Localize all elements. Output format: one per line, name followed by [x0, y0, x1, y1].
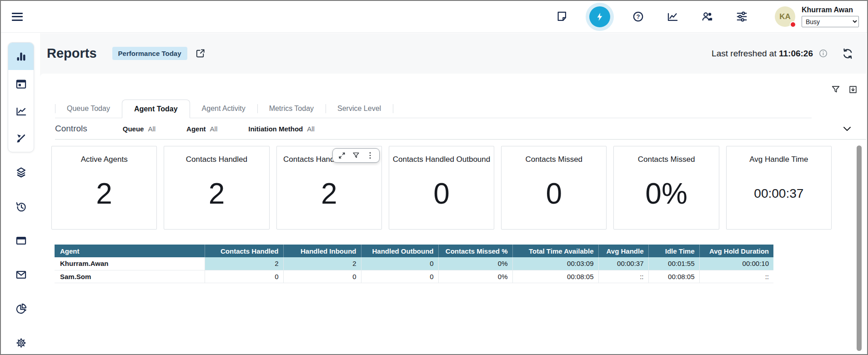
controls-bar: Controls Queue All Agent All Initiation … — [55, 118, 866, 140]
col-contacts-handled[interactable]: Contacts Handled — [205, 245, 283, 257]
col-avg-hold-duration[interactable]: Avg Hold Duration — [699, 245, 773, 257]
cell-value: :: — [598, 270, 648, 283]
table-header-row: Agent Contacts Handled Handled Inbound H… — [55, 245, 773, 257]
open-in-new-icon[interactable] — [195, 48, 206, 59]
analytics-icon[interactable] — [666, 10, 679, 24]
avatar[interactable]: KA — [775, 6, 795, 27]
filter-agent[interactable]: Agent All — [186, 125, 217, 133]
table-row[interactable]: Sam.Som 0 0 0 0% 00:08:05 :: 00:08:05 :: — [55, 270, 773, 283]
cell-agent-name: Sam.Som — [55, 270, 205, 283]
cell-value: 0 — [205, 270, 283, 283]
card-value: 00:00:37 — [754, 164, 803, 229]
sidebar-item-calendar[interactable] — [8, 70, 34, 97]
tab-agent-today[interactable]: Agent Today — [122, 100, 190, 118]
filter-initiation-method[interactable]: Initiation Method All — [248, 125, 315, 133]
cell-value: 0 — [283, 270, 361, 283]
sidebar-item-design[interactable] — [8, 125, 34, 152]
card-value: 0 — [433, 164, 450, 229]
history-icon — [15, 200, 27, 213]
sidebar-item-mail[interactable] — [2, 269, 40, 281]
user-block: KA Khurram Awan Busy — [775, 6, 859, 27]
controls-collapse-chevron-icon[interactable] — [842, 123, 853, 134]
sidebar-item-layers[interactable] — [2, 166, 40, 179]
card-value: 2 — [321, 164, 337, 229]
card-contacts-missed[interactable]: Contacts Missed 0 — [501, 146, 607, 230]
kebab-menu-icon[interactable] — [366, 151, 374, 160]
card-contacts-missed-pct[interactable]: Contacts Missed 0% — [613, 146, 719, 230]
user-name: Khurram Awan — [802, 6, 859, 14]
card-title: Contacts Missed — [525, 155, 582, 164]
users-icon[interactable] — [700, 10, 714, 24]
card-contacts-handled-inbound[interactable]: Contacts Handled Inbound 2 — [276, 146, 382, 230]
col-idle-time[interactable]: Idle Time — [648, 245, 699, 257]
card-contacts-handled[interactable]: Contacts Handled 2 — [164, 146, 269, 230]
sidebar-report-group — [8, 42, 34, 152]
tab-agent-activity[interactable]: Agent Activity — [190, 100, 257, 118]
table-row[interactable]: Khurram.Awan 2 2 0 0% 00:03:09 00:00:37 … — [55, 257, 773, 270]
sidebar-item-pie[interactable] — [2, 303, 40, 315]
cell-agent-name: Khurram.Awan — [55, 257, 205, 270]
vertical-scrollbar[interactable] — [857, 145, 862, 351]
cell-value: 0% — [438, 257, 512, 270]
last-refreshed-text: Last refreshed at 11:06:26 — [712, 49, 813, 59]
card-value: 0 — [546, 164, 562, 229]
metric-cards: Active Agents 2 Contacts Handled 2 Conta… — [51, 146, 832, 230]
card-value: 2 — [209, 164, 225, 229]
col-avg-handle[interactable]: Avg Handle — [598, 245, 648, 257]
card-contacts-handled-outbound[interactable]: Contacts Handled Outbound 0 — [389, 146, 494, 230]
card-active-agents[interactable]: Active Agents 2 — [51, 146, 157, 230]
sidebar-item-history[interactable] — [2, 200, 40, 213]
card-avg-handle-time[interactable]: Avg Handle Time 00:00:37 — [726, 146, 832, 230]
sidebar-item-line-chart[interactable] — [8, 97, 34, 125]
cell-value: 00:01:55 — [648, 257, 699, 270]
download-icon[interactable] — [848, 85, 858, 95]
page-title: Reports — [47, 46, 97, 61]
refresh-group: Last refreshed at 11:06:26 — [712, 48, 853, 60]
sidebar-item-settings[interactable] — [2, 337, 40, 349]
col-contacts-missed-pct[interactable]: Contacts Missed % — [438, 245, 512, 257]
refresh-icon[interactable] — [842, 48, 853, 60]
help-icon[interactable]: ? — [631, 10, 645, 24]
expand-icon[interactable] — [338, 151, 346, 160]
brush-icon — [15, 132, 27, 145]
notes-icon[interactable] — [555, 10, 568, 24]
sidebar — [2, 33, 40, 353]
status-busy-dot — [790, 21, 796, 28]
controls-label: Controls — [55, 124, 87, 134]
sidebar-item-browser[interactable] — [2, 235, 40, 247]
card-title: Active Agents — [81, 155, 128, 164]
pie-chart-icon — [15, 303, 27, 315]
agent-table: Agent Contacts Handled Handled Inbound H… — [55, 245, 773, 283]
card-value: 0% — [645, 164, 687, 229]
card-value: 2 — [96, 164, 112, 229]
svg-text:?: ? — [636, 13, 640, 20]
info-icon[interactable] — [818, 49, 828, 58]
tab-metrics-today[interactable]: Metrics Today — [257, 100, 326, 118]
cell-value: :: — [699, 270, 773, 283]
card-title: Contacts Handled Outbound — [393, 155, 491, 164]
tab-queue-today[interactable]: Queue Today — [55, 100, 122, 118]
cell-value: 2 — [205, 257, 283, 270]
hamburger-menu-icon[interactable] — [12, 13, 23, 21]
card-hover-toolbar — [332, 148, 380, 163]
line-chart-icon — [15, 105, 27, 117]
col-total-time-available[interactable]: Total Time Available — [512, 245, 598, 257]
col-handled-outbound[interactable]: Handled Outbound — [361, 245, 438, 257]
col-handled-inbound[interactable]: Handled Inbound — [283, 245, 361, 257]
status-select[interactable]: Busy — [802, 16, 859, 27]
quick-actions-lightning-icon[interactable] — [589, 6, 610, 27]
filter-queue[interactable]: Queue All — [123, 125, 156, 133]
report-tabs: Queue Today Agent Today Agent Activity M… — [55, 100, 812, 118]
calendar-icon — [15, 78, 27, 90]
settings-sliders-icon[interactable] — [735, 10, 748, 24]
sidebar-item-bar-chart[interactable] — [8, 43, 34, 70]
filter-icon[interactable] — [831, 85, 841, 95]
browser-window-icon — [15, 235, 27, 247]
card-filter-icon[interactable] — [352, 151, 360, 160]
topbar-actions: ? — [555, 6, 859, 27]
col-agent[interactable]: Agent — [55, 245, 205, 257]
app-window: ? — [0, 0, 868, 355]
cell-value: 0% — [438, 270, 512, 283]
tab-service-level[interactable]: Service Level — [326, 100, 393, 118]
report-badge[interactable]: Performance Today — [112, 47, 187, 60]
